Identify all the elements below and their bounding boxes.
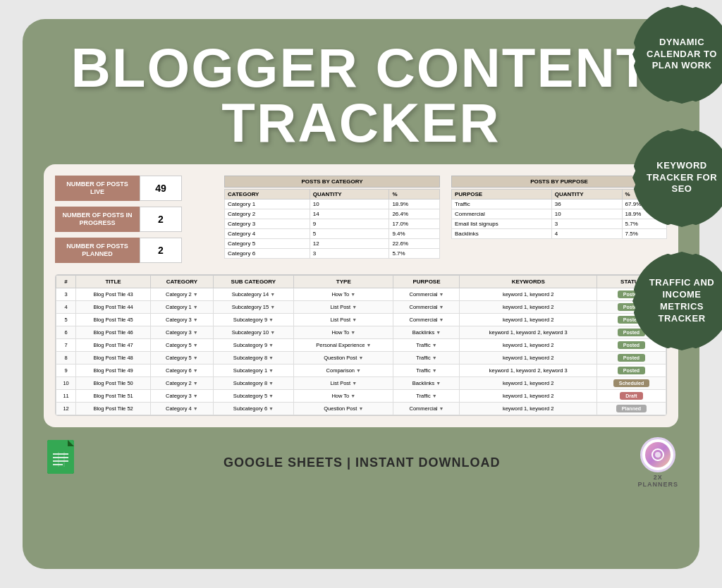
dropdown-arrow-icon[interactable]: ▼ — [439, 317, 444, 322]
cat-header-quantity: QUANTITY — [310, 190, 389, 200]
dropdown-arrow-icon[interactable]: ▼ — [352, 381, 357, 386]
dropdown-arrow-icon[interactable]: ▼ — [366, 343, 371, 348]
col-header-keywords: KEYWORDS — [460, 276, 596, 288]
title-section: BLOGGER CONTENT TRACKER — [44, 40, 678, 150]
table-row: Category 21426.4% — [225, 209, 440, 219]
brand-logo-icon — [651, 448, 665, 462]
dropdown-arrow-icon[interactable]: ▼ — [432, 355, 437, 360]
mini-tables-section: POSTS BY CATEGORY CATEGORY QUANTITY % Ca… — [224, 176, 667, 259]
svg-rect-6 — [53, 464, 63, 465]
col-header-subcategory: SUB CATEGORY — [213, 276, 293, 288]
main-title: BLOGGER CONTENT TRACKER — [44, 40, 678, 150]
table-row: Category 635.7% — [225, 249, 440, 259]
dropdown-arrow-icon[interactable]: ▼ — [193, 317, 198, 322]
brand-name-text: 2XPLANNERS — [637, 474, 678, 488]
dropdown-arrow-icon[interactable]: ▼ — [436, 330, 441, 335]
dropdown-arrow-icon[interactable]: ▼ — [270, 292, 275, 297]
stats-left-panel: NUMBER OF POSTS LIVE 49 NUMBER OF POSTS … — [55, 176, 210, 263]
dropdown-arrow-icon[interactable]: ▼ — [439, 305, 444, 310]
col-header-title: TITLE — [76, 276, 151, 288]
google-sheets-icon — [44, 438, 86, 487]
dropdown-arrow-icon[interactable]: ▼ — [350, 292, 355, 297]
dropdown-arrow-icon[interactable]: ▼ — [269, 355, 274, 360]
stat-label-live: NUMBER OF POSTS LIVE — [55, 176, 140, 201]
status-badge: Posted — [618, 341, 645, 349]
table-row: Backlinks47.5% — [452, 229, 667, 239]
dropdown-arrow-icon[interactable]: ▼ — [436, 381, 441, 386]
table-row: 5Blog Post Tile 45Category 3▼Subcategory… — [56, 314, 666, 326]
col-header-category: CATEGORY — [151, 276, 214, 288]
brand-badge: 2XPLANNERS — [637, 437, 678, 488]
stat-value-planned: 2 — [140, 238, 182, 263]
table-row: 6Blog Post Tile 46Category 3▼Subcategory… — [56, 326, 666, 339]
col-header-purpose: PURPOSE — [393, 276, 460, 288]
table-row: Category 459.4% — [225, 229, 440, 239]
table-row: Email list signups35.7% — [452, 219, 667, 229]
status-badge: Posted — [618, 367, 645, 374]
table-row: 4Blog Post Tile 44Category 1▼Subcategory… — [56, 301, 666, 314]
dropdown-arrow-icon[interactable]: ▼ — [270, 330, 275, 335]
cta-text: GOOGLE SHEETS | INSTANT DOWNLOAD — [86, 455, 637, 470]
dropdown-arrow-icon[interactable]: ▼ — [269, 343, 274, 348]
category-table-title: POSTS BY CATEGORY — [224, 176, 440, 188]
dropdown-arrow-icon[interactable]: ▼ — [432, 393, 437, 398]
bottom-section: GOOGLE SHEETS | INSTANT DOWNLOAD 2XPLANN… — [44, 437, 678, 488]
purp-header-purpose: PURPOSE — [452, 190, 552, 200]
col-header-num: # — [56, 276, 76, 288]
dropdown-arrow-icon[interactable]: ▼ — [350, 393, 355, 398]
svg-point-10 — [655, 452, 661, 458]
table-row: Commercial1018.9% — [452, 209, 667, 219]
status-badge: Scheduled — [613, 379, 649, 387]
table-row: Category 11018.9% — [225, 200, 440, 209]
stat-row-live: NUMBER OF POSTS LIVE 49 — [55, 176, 210, 201]
table-row: Category 51222.6% — [225, 239, 440, 249]
badge-dynamic-calendar: DYNAMIC CALENDAR TO PLAN WORK — [632, 5, 722, 104]
dropdown-arrow-icon[interactable]: ▼ — [358, 355, 363, 360]
dropdown-arrow-icon[interactable]: ▼ — [270, 305, 275, 310]
dropdown-arrow-icon[interactable]: ▼ — [193, 393, 198, 398]
table-row: 11Blog Post Tile 51Category 3▼Subcategor… — [56, 390, 666, 403]
table-row: 3Blog Post Tile 43Category 2▼Subcategory… — [56, 288, 666, 301]
dropdown-arrow-icon[interactable]: ▼ — [269, 381, 274, 386]
stat-value-live: 49 — [140, 176, 182, 201]
dropdown-arrow-icon[interactable]: ▼ — [356, 368, 361, 373]
dropdown-arrow-icon[interactable]: ▼ — [352, 305, 357, 310]
dropdown-arrow-icon[interactable]: ▼ — [193, 406, 198, 411]
main-content-area: NUMBER OF POSTS LIVE 49 NUMBER OF POSTS … — [44, 164, 678, 427]
stat-label-planned: NUMBER OF POSTS PLANNED — [55, 238, 140, 263]
stat-value-progress: 2 — [140, 207, 182, 232]
dropdown-arrow-icon[interactable]: ▼ — [193, 381, 198, 386]
svg-rect-3 — [53, 453, 68, 455]
posts-by-category-table: POSTS BY CATEGORY CATEGORY QUANTITY % Ca… — [224, 176, 440, 259]
col-header-type: TYPE — [294, 276, 393, 288]
brand-inner-circle — [645, 442, 671, 467]
status-badge: Posted — [618, 354, 645, 362]
badge-keyword-tracker: KEYWORD TRACKER FOR SEO — [632, 128, 722, 227]
svg-rect-5 — [53, 460, 68, 462]
table-row: Category 3917.0% — [225, 219, 440, 229]
dropdown-arrow-icon[interactable]: ▼ — [439, 406, 444, 411]
dropdown-arrow-icon[interactable]: ▼ — [269, 317, 274, 322]
dropdown-arrow-icon[interactable]: ▼ — [269, 368, 274, 373]
stat-row-progress: NUMBER OF POSTS IN PROGRESS 2 — [55, 207, 210, 232]
dropdown-arrow-icon[interactable]: ▼ — [193, 292, 198, 297]
dropdown-arrow-icon[interactable]: ▼ — [358, 406, 363, 411]
dropdown-arrow-icon[interactable]: ▼ — [193, 355, 198, 360]
table-row: 10Blog Post Tile 50Category 2▼Subcategor… — [56, 377, 666, 390]
dropdown-arrow-icon[interactable]: ▼ — [269, 406, 274, 411]
table-row: 7Blog Post Tile 47Category 5▼Subcategory… — [56, 339, 666, 352]
dropdown-arrow-icon[interactable]: ▼ — [439, 292, 444, 297]
dropdown-arrow-icon[interactable]: ▼ — [193, 330, 198, 335]
dropdown-arrow-icon[interactable]: ▼ — [432, 368, 437, 373]
dropdown-arrow-icon[interactable]: ▼ — [352, 317, 357, 322]
status-badge: Draft — [620, 392, 642, 400]
table-row: 8Blog Post Tile 48Category 5▼Subcategory… — [56, 352, 666, 365]
dropdown-arrow-icon[interactable]: ▼ — [269, 393, 274, 398]
dropdown-arrow-icon[interactable]: ▼ — [193, 368, 198, 373]
cat-header-category: CATEGORY — [225, 190, 310, 200]
dropdown-arrow-icon[interactable]: ▼ — [432, 343, 437, 348]
dropdown-arrow-icon[interactable]: ▼ — [193, 305, 198, 310]
sheets-icon-container — [44, 438, 86, 487]
dropdown-arrow-icon[interactable]: ▼ — [193, 343, 198, 348]
dropdown-arrow-icon[interactable]: ▼ — [350, 330, 355, 335]
